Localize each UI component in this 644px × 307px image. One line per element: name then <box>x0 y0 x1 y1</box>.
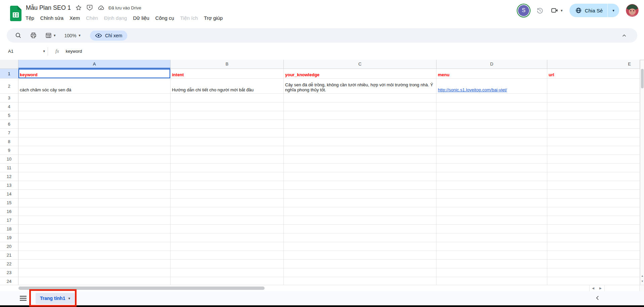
all-sheets-menu-icon[interactable] <box>19 296 27 301</box>
cell-D8[interactable] <box>436 137 547 146</box>
cell-B22[interactable] <box>171 260 284 268</box>
cell-C13[interactable] <box>284 181 436 190</box>
cell-C1[interactable]: your_knowledge <box>284 69 436 79</box>
sheet-views-control[interactable]: ▾ <box>45 32 56 39</box>
cell-C2[interactable]: Cây sen đá dễ trồng, không cần tưới nhiề… <box>284 79 436 94</box>
cell-E22[interactable] <box>547 260 640 268</box>
cell-E11[interactable] <box>547 164 640 172</box>
cell-B21[interactable] <box>171 251 284 260</box>
cell-C14[interactable] <box>284 190 436 199</box>
cell-E9[interactable] <box>547 146 640 155</box>
cell-A24[interactable] <box>18 277 171 285</box>
cell-E19[interactable] <box>547 233 640 242</box>
label-icon[interactable] <box>86 4 93 11</box>
cell-C7[interactable] <box>284 129 436 137</box>
cell-E1[interactable]: url <box>547 69 640 79</box>
cell-D3[interactable] <box>436 94 547 102</box>
cell-E7[interactable] <box>547 129 640 137</box>
cell-D20[interactable] <box>436 242 547 251</box>
column-header-B[interactable]: B <box>171 60 284 69</box>
row-header-16[interactable]: 16 <box>0 207 18 216</box>
cell-E6[interactable] <box>547 120 640 129</box>
cell-A23[interactable] <box>18 268 171 277</box>
row-header-3[interactable]: 3 <box>0 94 18 102</box>
cell-A12[interactable] <box>18 172 171 181</box>
cell-A17[interactable] <box>18 216 171 225</box>
cell-C23[interactable] <box>284 268 436 277</box>
cell-E14[interactable] <box>547 190 640 199</box>
cell-B6[interactable] <box>171 120 284 129</box>
cell-E5[interactable] <box>547 111 640 120</box>
cell-B20[interactable] <box>171 242 284 251</box>
cell-E8[interactable] <box>547 137 640 146</box>
cell-E2[interactable] <box>547 79 640 94</box>
collaborator-avatar[interactable]: S <box>518 5 529 16</box>
cell-A16[interactable] <box>18 207 171 216</box>
cell-B17[interactable] <box>171 216 284 225</box>
row-header-12[interactable]: 12 <box>0 172 18 181</box>
column-header-D[interactable]: D <box>436 60 547 69</box>
cell-A4[interactable] <box>18 102 171 111</box>
row-header-19[interactable]: 19 <box>0 233 18 242</box>
cell-A5[interactable] <box>18 111 171 120</box>
cell-E13[interactable] <box>547 181 640 190</box>
cell-E24[interactable] <box>547 277 640 285</box>
menu-item-chen[interactable]: Chèn <box>83 14 101 22</box>
scroll-up-icon[interactable]: ▲ <box>640 274 644 277</box>
cell-E20[interactable] <box>547 242 640 251</box>
cell-C4[interactable] <box>284 102 436 111</box>
menu-item-cong-cu[interactable]: Công cụ <box>152 14 177 22</box>
view-mode-badge[interactable]: Chỉ xem <box>90 31 127 41</box>
menu-item-tro-giup[interactable]: Trợ giúp <box>201 14 226 22</box>
cell-A15[interactable] <box>18 199 171 207</box>
cell-E12[interactable] <box>547 172 640 181</box>
cell-D10[interactable] <box>436 155 547 164</box>
vertical-scrollbar[interactable]: ▲ ▼ <box>640 60 644 285</box>
cell-E21[interactable] <box>547 251 640 260</box>
row-header-21[interactable]: 21 <box>0 251 18 260</box>
cell-A9[interactable] <box>18 146 171 155</box>
cell-D22[interactable] <box>436 260 547 268</box>
profile-avatar[interactable] <box>626 4 639 17</box>
cell-B9[interactable] <box>171 146 284 155</box>
menu-item-đinh-dang[interactable]: Định dạng <box>101 14 130 22</box>
formula-input[interactable]: keyword <box>66 49 82 54</box>
cell-C6[interactable] <box>284 120 436 129</box>
scroll-left-icon[interactable]: ◀ <box>592 287 594 290</box>
cell-B5[interactable] <box>171 111 284 120</box>
search-icon[interactable] <box>15 32 22 39</box>
history-icon[interactable] <box>536 6 544 14</box>
cell-A2[interactable]: cách chăm sóc cây sen đá <box>18 79 171 94</box>
cell-C24[interactable] <box>284 277 436 285</box>
zoom-control[interactable]: 100% ▾ <box>64 33 81 38</box>
cell-A8[interactable] <box>18 137 171 146</box>
cell-C12[interactable] <box>284 172 436 181</box>
row-header-20[interactable]: 20 <box>0 242 18 251</box>
menu-item-tien-ich[interactable]: Tiện ích <box>177 14 201 22</box>
cell-C16[interactable] <box>284 207 436 216</box>
share-button[interactable]: Chia Sẻ ▾ <box>569 4 619 17</box>
cell-E4[interactable] <box>547 102 640 111</box>
cell-A21[interactable] <box>18 251 171 260</box>
cell-C8[interactable] <box>284 137 436 146</box>
cell-C18[interactable] <box>284 225 436 233</box>
scroll-right-icon[interactable]: ▶ <box>599 287 602 290</box>
cell-D5[interactable] <box>436 111 547 120</box>
cell-C10[interactable] <box>284 155 436 164</box>
cell-C11[interactable] <box>284 164 436 172</box>
sheet-tab-trang-tinh1[interactable]: Trang tính1 ▾ <box>36 293 75 304</box>
cell-B16[interactable] <box>171 207 284 216</box>
cell-A18[interactable] <box>18 225 171 233</box>
row-header-9[interactable]: 9 <box>0 146 18 155</box>
cell-E15[interactable] <box>547 199 640 207</box>
cell-D14[interactable] <box>436 190 547 199</box>
cell-D9[interactable] <box>436 146 547 155</box>
cell-D7[interactable] <box>436 129 547 137</box>
cell-A13[interactable] <box>18 181 171 190</box>
cell-D18[interactable] <box>436 225 547 233</box>
cell-B2[interactable]: Hướng dẫn chi tiết cho người mới bắt đầu <box>171 79 284 94</box>
cell-D11[interactable] <box>436 164 547 172</box>
cell-B4[interactable] <box>171 102 284 111</box>
menu-item-tep[interactable]: Tệp <box>22 14 37 22</box>
share-dropdown-button[interactable]: ▾ <box>608 4 619 17</box>
